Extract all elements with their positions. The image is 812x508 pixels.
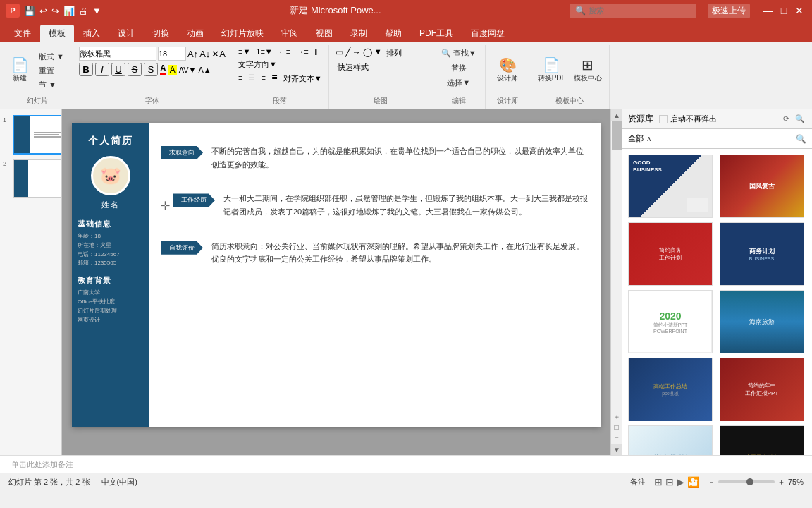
quick-access-redo[interactable]: ↪ [51,6,59,16]
align-text-button[interactable]: 对齐文本▼ [281,73,324,85]
tab-view[interactable]: 视图 [307,25,341,42]
filter-chevron-icon[interactable]: ∧ [646,135,651,143]
shape-rect[interactable]: ▭ [335,47,344,58]
decrease-font-button[interactable]: A↓ [199,49,210,59]
tab-insert[interactable]: 插入 [75,25,109,42]
template-item-work-plan[interactable]: V 简约商务工作计划 [628,222,713,286]
tab-help[interactable]: 帮助 [376,25,410,42]
quick-access-print[interactable]: 🖨 [79,6,88,16]
template-item-summary[interactable]: V 总结汇报模板 [628,425,713,455]
font-color-button[interactable]: A [160,64,166,75]
increase-indent-button[interactable]: →≡ [294,47,310,56]
template-item-mid-year[interactable]: V 简约的年中工作汇报PPT [720,358,804,421]
shapes-more[interactable]: ▼ [374,47,383,56]
zoom-in-button[interactable]: ＋ [777,477,785,488]
clear-format-button[interactable]: ✕A [211,49,226,59]
quick-access-undo[interactable]: ↩ [39,6,47,16]
normal-view-button[interactable]: ⊞ [654,476,663,488]
resources-refresh-icon[interactable]: ⟳ [782,113,791,125]
reset-button[interactable]: 重置 [35,64,68,78]
align-center-button[interactable]: ☰ [246,73,257,85]
tab-record[interactable]: 录制 [342,25,376,42]
columns-button[interactable]: ⫿ [312,47,321,56]
slide-thumb-2[interactable] [13,159,62,198]
slide-thumb-1[interactable] [13,115,62,155]
search-input[interactable] [589,6,687,15]
slide-sorter-button[interactable]: ⊟ [665,476,674,488]
justify-button[interactable]: ≣ [269,73,280,85]
bullets-button[interactable]: ≡▼ [236,47,252,56]
text-direction-button[interactable]: 文字方向▼ [236,59,279,71]
shape-line[interactable]: ╱ [345,47,351,58]
font-name-input[interactable] [79,47,156,61]
tab-pdf[interactable]: PDF工具 [411,25,462,42]
filter-all-label[interactable]: 全部 [628,133,644,144]
zoom-slider[interactable] [718,480,775,483]
template-item-hainan[interactable]: 海南旅游 [720,290,804,353]
align-left-button[interactable]: ≡ [236,73,245,85]
increase-font-button[interactable]: A↑ [187,49,198,59]
decrease-indent-button[interactable]: ←≡ [276,47,293,56]
convert-pdf-button[interactable]: 📄 转换PDF [535,56,569,85]
template-item-2020[interactable]: 2020 简约小清新PPTPOWERPOINT [628,290,713,353]
new-slide-button[interactable]: 📄 新建 [7,56,32,85]
close-button[interactable]: ✕ [792,4,806,18]
resources-search-icon[interactable]: 🔍 [794,113,806,125]
maximize-button[interactable]: □ [777,4,791,18]
zoom-out-button[interactable]: － [708,477,715,488]
quick-styles-button[interactable]: 快速样式 [335,61,371,74]
scroll-up-button[interactable]: ▲ [611,109,622,121]
quick-access-pptx[interactable]: 📊 [63,6,75,16]
tab-transition[interactable]: 切换 [144,25,178,42]
replace-button[interactable]: 替换 [447,61,471,75]
template-item-good-business[interactable]: GOODBUSINESS [628,155,713,218]
zoom-mid-scroll[interactable]: □ [614,423,618,431]
tab-file[interactable]: 文件 [6,25,39,42]
numbering-button[interactable]: 1≡▼ [254,47,274,56]
slide-canvas[interactable]: 个人简历 🐷 姓名 基础信息 年龄：18所在地：火星电话：11234567邮箱：… [72,123,601,427]
char-spacing-button[interactable]: AV▼ [179,66,197,74]
find-button[interactable]: 🔍 查找▼ [437,47,481,60]
zoom-out-scroll[interactable]: － [613,433,620,442]
template-center-button[interactable]: ⊞ 模板中心 [571,56,605,85]
select-button[interactable]: 选择▼ [443,76,474,90]
tab-design[interactable]: 设计 [109,25,143,42]
section-button[interactable]: 节 ▼ [35,78,68,92]
zoom-thumb[interactable] [746,478,753,485]
template-item-high-work[interactable]: V 高端工作总结 ppt模板 [628,358,713,421]
text-highlight-button[interactable]: A [168,65,177,75]
scroll-thumb[interactable] [612,121,622,150]
reading-view-button[interactable]: ▶ [677,476,684,488]
italic-button[interactable]: I [95,63,109,76]
font-size-grow-button[interactable]: A▲ [198,66,211,74]
strikethrough-button[interactable]: S [128,63,142,76]
template-item-chinese-style[interactable]: 国风复古 [720,155,804,218]
zoom-in-scroll[interactable]: ＋ [613,412,620,422]
tab-animation[interactable]: 动画 [178,25,212,42]
account-icon[interactable]: 极速上传 [708,4,750,18]
underline-button[interactable]: U [111,63,125,76]
presenter-button[interactable]: 🎦 [687,476,699,488]
tab-template[interactable]: 模板 [40,25,74,42]
designer-button[interactable]: 🎨 设计师 [494,56,521,85]
filter-search-icon[interactable]: 🔍 [796,134,806,144]
note-bar[interactable]: 单击此处添加备注 [0,455,812,473]
tab-review[interactable]: 审阅 [273,25,307,42]
tab-baidu[interactable]: 百度网盘 [462,25,513,42]
auto-popup-checkbox[interactable] [659,115,668,123]
template-item-biz-plan[interactable]: 商务计划 BUSINESS [720,222,804,286]
shadow-button[interactable]: S [144,63,158,76]
font-size-input[interactable] [158,47,186,61]
align-right-button[interactable]: ≡ [259,73,267,85]
bold-button[interactable]: B [79,63,93,76]
template-item-finance[interactable]: 暗黑黑金融务 [720,425,804,455]
vertical-scrollbar[interactable]: ▲ ＋ □ － ▼ [610,109,622,455]
layout-button[interactable]: 版式 ▼ [35,50,68,64]
quick-access-save[interactable]: 💾 [24,6,35,16]
shape-arrow[interactable]: → [352,47,362,58]
tab-slideshow[interactable]: 幻灯片放映 [213,25,272,42]
arrange-button[interactable]: 排列 [383,47,405,60]
minimize-button[interactable]: — [761,4,775,18]
quick-access-more[interactable]: ▼ [92,6,102,16]
scroll-down-button[interactable]: ▼ [611,444,622,455]
